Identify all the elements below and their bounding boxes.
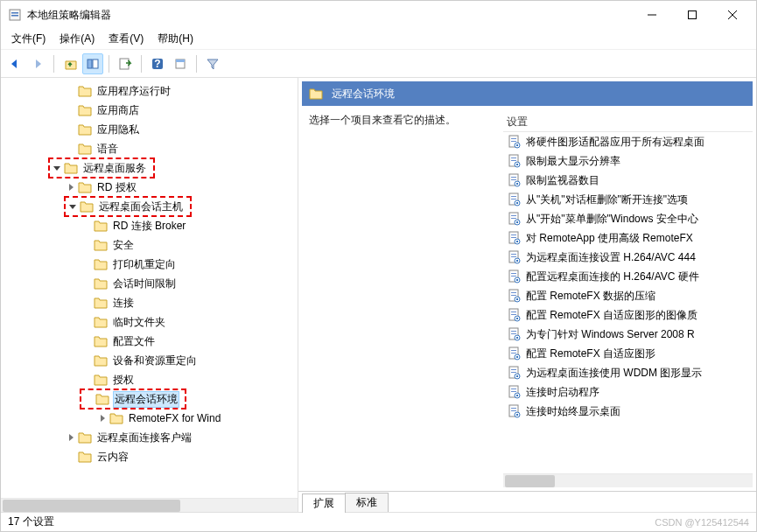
tree-item[interactable]: 设备和资源重定向: [1, 351, 298, 370]
tree-panel: 应用程序运行时应用商店应用隐私语音远程桌面服务RD 授权远程桌面会话主机RD 连…: [1, 78, 298, 512]
tree-item[interactable]: 远程会话环境: [1, 389, 298, 409]
svg-rect-41: [511, 237, 516, 238]
svg-rect-46: [511, 256, 516, 257]
policy-icon: [507, 270, 521, 284]
setting-item[interactable]: 限制监视器数目: [503, 171, 753, 190]
folder-icon: [78, 123, 92, 136]
tree-item-label: RD 授权: [95, 179, 138, 196]
policy-icon: [507, 289, 521, 303]
setting-item[interactable]: 连接时启动程序: [503, 382, 753, 402]
tree-item-label: 打印机重定向: [111, 256, 178, 273]
forward-button[interactable]: [27, 53, 48, 74]
properties-button[interactable]: [170, 53, 191, 74]
minimize-button[interactable]: [632, 2, 672, 28]
setting-item[interactable]: 连接时始终显示桌面: [503, 402, 753, 421]
details-header-title: 远程会话环境: [332, 87, 395, 102]
menubar: 文件(F) 操作(A) 查看(V) 帮助(H): [1, 29, 756, 50]
tree-expander[interactable]: [66, 200, 80, 214]
setting-item-label: 为远程桌面连接设置 H.264/AVC 444: [526, 250, 696, 265]
tree-item-label: 连接: [111, 295, 136, 312]
app-icon: [8, 8, 22, 22]
folder-icon: [64, 162, 78, 174]
tree-item[interactable]: 云内容: [1, 447, 298, 466]
setting-item[interactable]: 将硬件图形适配器应用于所有远程桌面: [503, 132, 753, 151]
setting-item-label: 限制最大显示分辨率: [526, 154, 620, 169]
policy-icon: [507, 250, 521, 264]
help-button[interactable]: ?: [147, 53, 168, 74]
svg-rect-33: [516, 202, 518, 204]
setting-item-label: 限制监视器数目: [526, 173, 599, 188]
filter-button[interactable]: [202, 53, 223, 74]
tree-item[interactable]: 安全: [1, 235, 298, 255]
setting-item[interactable]: 为专门针对 Windows Server 2008 R: [503, 325, 753, 344]
setting-item[interactable]: 配置 RemoteFX 自适应图形: [503, 344, 753, 363]
tree-item[interactable]: 远程桌面连接客户端: [1, 428, 298, 447]
svg-rect-26: [511, 179, 516, 180]
settings-hscroll[interactable]: [503, 473, 753, 487]
tree-item[interactable]: RemoteFX for Wind: [1, 409, 298, 428]
status-text: 17 个设置: [8, 514, 54, 529]
folder-icon: [94, 374, 108, 386]
tree-item[interactable]: 会话时间限制: [1, 274, 298, 293]
tree-item-label: 应用程序运行时: [95, 83, 172, 100]
tree-item[interactable]: 临时文件夹: [1, 312, 298, 332]
setting-item[interactable]: 为远程桌面连接设置 H.264/AVC 444: [503, 248, 753, 267]
tree-expander[interactable]: [64, 430, 78, 444]
setting-item-label: 配置 RemoteFX 数据的压缩: [526, 289, 655, 304]
svg-rect-43: [516, 241, 518, 242]
tree-item[interactable]: 打印机重定向: [1, 255, 298, 274]
tree-item-label: 语音: [95, 141, 120, 158]
close-button[interactable]: [712, 2, 753, 28]
tree-hscroll[interactable]: [1, 498, 298, 512]
show-hide-tree-button[interactable]: [82, 53, 103, 74]
setting-item[interactable]: 限制最大显示分辨率: [503, 151, 753, 171]
tree-item[interactable]: 应用隐私: [1, 120, 298, 139]
svg-rect-38: [516, 221, 518, 223]
folder-icon: [78, 451, 92, 463]
tree-item[interactable]: 远程桌面服务: [1, 158, 298, 178]
tree-expander[interactable]: [64, 180, 78, 194]
tree-item[interactable]: RD 授权: [1, 178, 298, 197]
menu-action[interactable]: 操作(A): [53, 29, 102, 49]
tab-extended[interactable]: 扩展: [302, 494, 346, 513]
svg-rect-25: [511, 177, 516, 178]
policy-icon: [507, 231, 521, 245]
tree-expander[interactable]: [95, 411, 109, 425]
tree-item[interactable]: 语音: [1, 139, 298, 158]
policy-icon: [507, 135, 521, 149]
setting-item[interactable]: 为远程桌面连接使用 WDDM 图形显示: [503, 363, 753, 382]
setting-item[interactable]: 配置 RemoteFX 数据的压缩: [503, 286, 753, 305]
tree-expander[interactable]: [50, 161, 64, 175]
setting-item[interactable]: 配置 RemoteFX 自适应图形的图像质: [503, 305, 753, 325]
tree-item[interactable]: 连接: [1, 293, 298, 312]
export-list-button[interactable]: [115, 53, 136, 74]
setting-item[interactable]: 从"开始"菜单删除"Windows 安全中心: [503, 209, 753, 228]
settings-column-header[interactable]: 设置: [503, 113, 753, 132]
menu-file[interactable]: 文件(F): [4, 29, 53, 49]
svg-rect-7: [88, 60, 92, 68]
tree-item[interactable]: 应用程序运行时: [1, 81, 298, 101]
tree-item-label: 应用隐私: [95, 122, 141, 138]
setting-item[interactable]: 从"关机"对话框删除"断开连接"选项: [503, 190, 753, 209]
settings-list[interactable]: 将硬件图形适配器应用于所有远程桌面限制最大显示分辨率限制监视器数目从"关机"对话…: [503, 132, 753, 473]
up-button[interactable]: [60, 53, 81, 74]
folder-icon: [94, 239, 108, 251]
policy-icon: [507, 404, 521, 418]
tree-item[interactable]: RD 连接 Broker: [1, 216, 298, 235]
tab-standard[interactable]: 标准: [345, 493, 389, 512]
svg-rect-16: [511, 141, 516, 142]
setting-item[interactable]: 配置远程桌面连接的 H.264/AVC 硬件: [503, 267, 753, 286]
menu-help[interactable]: 帮助(H): [151, 29, 200, 49]
setting-item[interactable]: 对 RemoteApp 使用高级 RemoteFX: [503, 228, 753, 248]
tree-view[interactable]: 应用程序运行时应用商店应用隐私语音远程桌面服务RD 授权远程桌面会话主机RD 连…: [1, 78, 298, 498]
back-button[interactable]: [4, 53, 25, 74]
tree-item[interactable]: 应用商店: [1, 101, 298, 120]
toolbar: ?: [1, 50, 756, 78]
menu-view[interactable]: 查看(V): [102, 29, 151, 49]
svg-rect-75: [511, 369, 516, 370]
tree-item[interactable]: 远程桌面会话主机: [1, 197, 298, 216]
setting-item-label: 对 RemoteApp 使用高级 RemoteFX: [526, 231, 693, 246]
tree-item[interactable]: 配置文件: [1, 332, 298, 351]
maximize-button[interactable]: [672, 2, 712, 28]
tree-item[interactable]: 授权: [1, 370, 298, 389]
